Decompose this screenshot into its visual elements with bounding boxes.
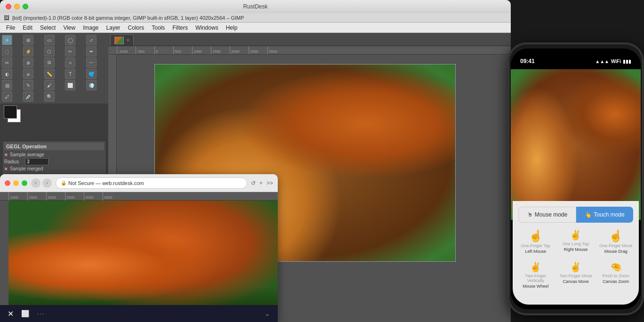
menu-file[interactable]: File bbox=[3, 24, 18, 32]
mouse-mode-label: Mouse mode bbox=[535, 211, 567, 218]
reload-btn[interactable]: ↺ bbox=[251, 180, 256, 186]
menu-colors[interactable]: Colors bbox=[125, 24, 148, 32]
tool-select-rect[interactable]: ▭ bbox=[44, 35, 55, 45]
gesture-top-0: One-Finger Tap bbox=[521, 243, 550, 248]
tool-clone[interactable]: ⧉ bbox=[44, 57, 55, 68]
tool-move[interactable]: ✛ bbox=[2, 35, 12, 45]
tool-icons-row1: ✛ ⊞ ▭ ◯ ⤢ ◌ ⚡ ⬡ ✂ ✒ ✏ ⊕ ⧉ ≈ 〰 ◐ ⌀ 📏 T 🪣 bbox=[0, 33, 108, 104]
tool-lasso[interactable]: ◌ bbox=[2, 46, 12, 56]
radius-input[interactable] bbox=[25, 158, 48, 165]
tool-blur[interactable]: ≈ bbox=[65, 57, 75, 68]
tab-close-btn[interactable]: × bbox=[127, 38, 129, 43]
browser-minimize[interactable] bbox=[13, 180, 19, 186]
gesture-bottom-2: Mouse Drag bbox=[604, 249, 628, 254]
touch-mode-button[interactable]: 👆 Touch mode bbox=[576, 207, 633, 223]
tool-fuzzy[interactable]: ⚡ bbox=[23, 46, 33, 56]
browser-content: 1000 1500 2000 2500 3000 3500 bbox=[0, 192, 278, 308]
one-finger-tap-icon: ☝ bbox=[529, 229, 543, 242]
tick-3500: 3500 bbox=[267, 46, 286, 55]
browser-close[interactable] bbox=[5, 180, 10, 186]
bottom-window-btn[interactable]: ⬜ bbox=[21, 310, 29, 317]
browser-url-text: Not Secure — web.rustdesk.com bbox=[68, 180, 144, 186]
touch-icon: 👆 bbox=[585, 211, 592, 218]
menu-help[interactable]: Help bbox=[223, 24, 241, 32]
menu-layer[interactable]: Layer bbox=[103, 24, 124, 32]
sample-average-checkbox[interactable]: ✖ bbox=[4, 153, 8, 157]
menu-edit[interactable]: Edit bbox=[19, 24, 36, 32]
gesture-bottom-3: Mouse Wheel bbox=[523, 284, 548, 289]
tool-airbrush[interactable]: 💨 bbox=[86, 80, 97, 90]
browser-url-bar[interactable]: 🔒 Not Secure — web.rustdesk.com bbox=[56, 177, 247, 189]
url-lock-icon: 🔒 bbox=[61, 180, 66, 185]
menu-tools[interactable]: Tools bbox=[148, 24, 168, 32]
tool-scissors[interactable]: ✂ bbox=[65, 46, 75, 56]
browser-canvas[interactable] bbox=[8, 201, 278, 308]
gesture-right-mouse: ✌️ One Long Tap Right Mouse bbox=[556, 226, 595, 257]
tool-eraser[interactable]: ⬜ bbox=[65, 80, 75, 90]
mouse-mode-button[interactable]: 🖱 Mouse mode bbox=[518, 207, 576, 223]
gegl-radius-row: Radius bbox=[4, 158, 104, 165]
menu-image[interactable]: Image bbox=[80, 24, 102, 32]
tool-measure[interactable]: 📏 bbox=[44, 69, 55, 79]
sample-merged-label: Sample merged bbox=[10, 166, 43, 171]
tool-select-ellipse[interactable]: ◯ bbox=[65, 35, 75, 45]
phone-status-icons: ▲▲▲ WiFi ▮▮▮ bbox=[595, 59, 631, 64]
tick-2000: 2000 bbox=[230, 46, 249, 55]
tool-warp[interactable]: ⌀ bbox=[23, 69, 33, 79]
menu-filters[interactable]: Filters bbox=[169, 24, 191, 32]
tick-2500: 2500 bbox=[249, 46, 267, 55]
tool-ink[interactable]: 🖊 bbox=[2, 91, 12, 102]
tool-text[interactable]: T bbox=[65, 69, 75, 79]
tick--1000: -1000 bbox=[117, 46, 136, 55]
minimize-button[interactable] bbox=[14, 4, 20, 9]
touch-mode-label: Touch mode bbox=[594, 211, 624, 218]
tool-pencil[interactable]: ✎ bbox=[23, 80, 33, 90]
tool-paths[interactable]: ✒ bbox=[86, 46, 97, 56]
tick-0: 0 bbox=[154, 46, 173, 55]
br-tick-2500: 2500 bbox=[65, 192, 84, 201]
tick-500: 500 bbox=[173, 46, 192, 55]
tool-zoom[interactable]: 🔍 bbox=[44, 91, 55, 102]
tool-align[interactable]: ⊞ bbox=[23, 35, 33, 45]
tool-smudge[interactable]: 〰 bbox=[86, 57, 97, 68]
new-tab-btn[interactable]: + bbox=[259, 180, 263, 186]
tool-transform[interactable]: ⤢ bbox=[86, 35, 97, 45]
browser-bottom-bar: ✕ ⬜ ⋯ ⌄ bbox=[0, 305, 278, 322]
tool-paint[interactable]: ✏ bbox=[2, 57, 12, 68]
tab-thumbnail bbox=[114, 37, 124, 44]
gesture-bottom-1: Right Mouse bbox=[564, 247, 588, 252]
bottom-close-btn[interactable]: ✕ bbox=[8, 309, 14, 318]
image-tab[interactable]: × bbox=[110, 34, 134, 46]
phone-device: 09:41 ▲▲▲ WiFi ▮▮▮ 🖱 Mouse mode 👆 Touch … bbox=[507, 42, 644, 315]
close-button[interactable] bbox=[6, 4, 11, 9]
browser-forward[interactable]: › bbox=[42, 178, 52, 188]
browser-window: ‹ › 🔒 Not Secure — web.rustdesk.com ↺ + … bbox=[0, 174, 278, 322]
mouse-icon: 🖱 bbox=[527, 211, 533, 218]
bottom-menu-btn[interactable]: ⋯ bbox=[37, 309, 44, 318]
gesture-bottom-4: Canvas Move bbox=[563, 279, 588, 284]
tool-dodge[interactable]: ◐ bbox=[2, 69, 12, 79]
tool-bucket[interactable]: 🪣 bbox=[86, 69, 97, 79]
menu-select[interactable]: Select bbox=[37, 24, 59, 32]
mode-buttons-container: 🖱 Mouse mode 👆 Touch mode bbox=[513, 201, 639, 226]
br-tick-1000: 1000 bbox=[8, 192, 27, 201]
browser-maximize[interactable] bbox=[22, 180, 27, 186]
menu-view[interactable]: View bbox=[60, 24, 79, 32]
tool-color-picker[interactable]: 💉 bbox=[23, 91, 33, 102]
gegl-sample-merged-row: ✖ Sample merged bbox=[4, 166, 104, 171]
tool-brush[interactable]: 🖌 bbox=[44, 80, 55, 90]
menu-windows[interactable]: Windows bbox=[192, 24, 222, 32]
foreground-color-swatch[interactable] bbox=[4, 105, 17, 119]
tool-heal[interactable]: ⊕ bbox=[23, 57, 33, 68]
browser-titlebar: ‹ › 🔒 Not Secure — web.rustdesk.com ↺ + … bbox=[0, 174, 278, 192]
browser-back[interactable]: ‹ bbox=[31, 178, 40, 188]
tool-gradient[interactable]: ▤ bbox=[2, 80, 12, 90]
maximize-button[interactable] bbox=[23, 4, 28, 9]
sample-merged-checkbox[interactable]: ✖ bbox=[4, 167, 8, 171]
bottom-chevron-btn[interactable]: ⌄ bbox=[265, 310, 270, 317]
gesture-bottom-5: Canvas Zoom bbox=[603, 279, 629, 284]
gesture-mouse-wheel: ✌️ Two-Finger Vertically Mouse Wheel bbox=[516, 258, 555, 291]
color-swatches bbox=[8, 109, 31, 133]
tool-select-by-color[interactable]: ⬡ bbox=[44, 46, 55, 56]
expand-btn[interactable]: >> bbox=[266, 180, 273, 186]
